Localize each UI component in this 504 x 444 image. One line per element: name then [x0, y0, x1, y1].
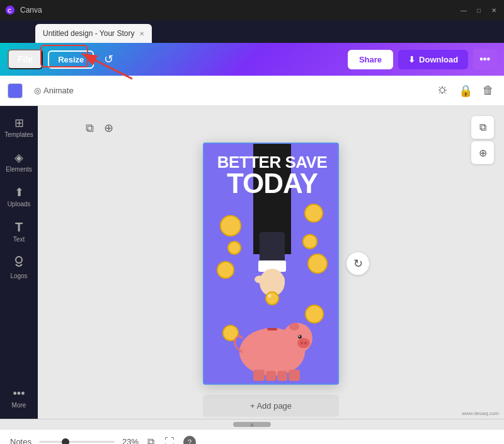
svg-text:C: C: [8, 8, 12, 14]
scroll-arrow-up: ▲: [249, 421, 255, 428]
svg-text:TODAY: TODAY: [227, 168, 318, 199]
download-label: Download: [419, 55, 458, 64]
logos-icon: [13, 255, 25, 271]
watermark: www.deuaq.com: [462, 411, 499, 416]
svg-point-31: [289, 323, 299, 330]
delete-icon-button[interactable]: 🗑: [480, 81, 496, 100]
canvas-wrapper: BETTER SAVE TODAY: [203, 143, 339, 385]
svg-point-29: [298, 335, 302, 339]
svg-point-22: [266, 292, 278, 305]
logos-label: Logos: [10, 272, 27, 279]
svg-rect-33: [253, 370, 265, 381]
more-icon: •••: [13, 387, 25, 400]
text-label: Text: [13, 236, 25, 243]
animate-icon: ◎: [34, 86, 41, 95]
sidebar-item-logos[interactable]: Logos: [3, 250, 35, 284]
svg-point-12: [308, 254, 327, 273]
svg-point-11: [217, 262, 234, 278]
minimize-button[interactable]: —: [459, 5, 469, 15]
notes-label: Notes: [10, 437, 32, 444]
fullscreen-button[interactable]: ⛶: [163, 435, 176, 445]
app-name: Canva: [20, 6, 42, 15]
templates-icon: ⊞: [14, 116, 24, 130]
sub-toolbar: ◎ Animate ⛭ 🔒 🗑: [0, 76, 504, 106]
close-button[interactable]: ✕: [489, 5, 499, 15]
resize-button[interactable]: Resize: [48, 50, 94, 69]
uploads-icon: ⬆: [14, 185, 24, 199]
svg-point-26: [297, 338, 310, 348]
more-label: More: [12, 402, 26, 409]
design-canvas[interactable]: BETTER SAVE TODAY: [203, 143, 339, 385]
svg-point-9: [220, 216, 241, 236]
text-icon: T: [15, 220, 23, 235]
tab-title: Untitled design - Your Story: [43, 29, 134, 38]
window-controls: — □ ✕: [459, 5, 499, 15]
status-bar: Notes 23% ⧉ ⛶ ?: [0, 429, 504, 444]
maximize-button[interactable]: □: [474, 5, 484, 15]
add-element-button[interactable]: ⊕: [101, 119, 116, 137]
svg-rect-17: [260, 232, 285, 264]
sidebar: ⊞ Templates ◈ Elements ⬆ Uploads T Text …: [0, 106, 38, 419]
more-options-button[interactable]: •••: [473, 49, 496, 70]
elements-label: Elements: [6, 166, 32, 173]
svg-rect-32: [267, 328, 277, 330]
sidebar-item-templates[interactable]: ⊞ Templates: [3, 111, 35, 143]
zoom-handle[interactable]: [62, 438, 69, 445]
lock-icon-button[interactable]: 🔒: [456, 81, 475, 100]
design-tab[interactable]: Untitled design - Your Story ✕: [35, 24, 152, 43]
canvas-area[interactable]: ⧉ ⊕ ⧉ ⊕ BETTER SAVE: [38, 106, 504, 419]
help-button[interactable]: ?: [183, 436, 196, 445]
sidebar-item-more[interactable]: ••• More: [3, 382, 35, 414]
main-layout: ⊞ Templates ◈ Elements ⬆ Uploads T Text …: [0, 106, 504, 419]
sidebar-item-elements[interactable]: ◈ Elements: [3, 146, 35, 178]
svg-rect-35: [277, 371, 287, 381]
canvas-expand-button[interactable]: ⊕: [471, 141, 494, 164]
settings-icon-button[interactable]: ⛭: [435, 81, 451, 100]
svg-point-21: [255, 276, 265, 283]
svg-point-16: [228, 242, 241, 254]
svg-rect-34: [266, 371, 276, 381]
canvas-rotate-button[interactable]: ↻: [346, 252, 369, 275]
main-toolbar: File Resize ↺ Share ⬇ Download •••: [0, 43, 504, 76]
svg-point-30: [299, 336, 300, 337]
elements-icon: ◈: [14, 151, 23, 165]
svg-point-10: [305, 204, 323, 222]
svg-rect-36: [289, 370, 300, 381]
undo-button[interactable]: ↺: [99, 50, 118, 69]
zoom-track[interactable]: [39, 441, 115, 443]
tab-bar: Untitled design - Your Story ✕: [0, 20, 504, 43]
svg-point-15: [303, 235, 317, 248]
bottom-scrollbar[interactable]: ▲: [0, 419, 504, 429]
animate-button[interactable]: ◎ Animate: [28, 83, 80, 98]
app-logo: C: [5, 5, 15, 15]
uploads-label: Uploads: [8, 201, 31, 207]
download-icon: ⬇: [408, 55, 415, 64]
sidebar-item-uploads[interactable]: ⬆ Uploads: [3, 180, 35, 213]
title-bar: C Canva — □ ✕: [0, 0, 504, 20]
zoom-slider[interactable]: [39, 441, 115, 443]
svg-point-4: [16, 257, 22, 263]
share-button[interactable]: Share: [348, 50, 393, 69]
canvas-copy-button[interactable]: ⧉: [471, 116, 494, 139]
download-button[interactable]: ⬇ Download: [398, 50, 468, 69]
sidebar-item-text[interactable]: T Text: [3, 215, 35, 248]
sub-toolbar-right: ⛭ 🔒 🗑: [435, 81, 496, 100]
canvas-tools: ⧉ ⊕: [471, 116, 494, 164]
svg-point-23: [268, 294, 272, 298]
canvas-top-actions: ⧉ ⊕: [83, 119, 116, 137]
zoom-level: 23%: [122, 437, 139, 444]
page-indicator-button[interactable]: ⧉: [146, 435, 156, 445]
animate-label: Animate: [43, 86, 74, 95]
file-button[interactable]: File: [8, 49, 43, 69]
add-page-button[interactable]: + Add page: [203, 395, 339, 417]
color-picker-button[interactable]: [8, 83, 23, 98]
svg-point-28: [304, 342, 307, 344]
svg-point-13: [306, 305, 323, 323]
copy-design-button[interactable]: ⧉: [83, 119, 96, 137]
svg-point-27: [301, 342, 303, 344]
templates-label: Templates: [4, 131, 33, 138]
tab-close-button[interactable]: ✕: [139, 30, 144, 37]
